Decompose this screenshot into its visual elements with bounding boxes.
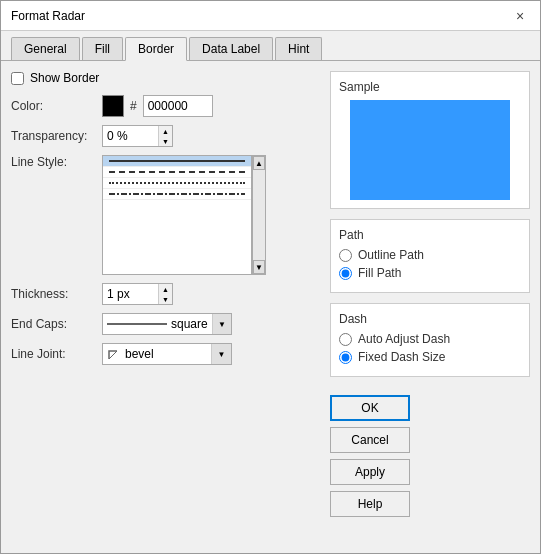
transparency-label: Transparency: (11, 129, 96, 143)
tab-fill[interactable]: Fill (82, 37, 123, 60)
line-style-dashed[interactable] (103, 167, 251, 178)
show-border-row: Show Border (11, 71, 320, 85)
thickness-input[interactable] (103, 284, 158, 304)
line-style-list[interactable] (102, 155, 252, 275)
close-button[interactable]: × (510, 6, 530, 26)
tab-general[interactable]: General (11, 37, 80, 60)
transparency-spinner-buttons: ▲ ▼ (158, 126, 172, 146)
line-joint-dropdown[interactable]: bevel ▼ (102, 343, 232, 365)
line-style-dash-dot[interactable] (103, 189, 251, 200)
transparency-spinner: ▲ ▼ (102, 125, 173, 147)
fill-path-radio[interactable] (339, 267, 352, 280)
scroll-track[interactable] (253, 170, 265, 260)
transparency-up-button[interactable]: ▲ (159, 126, 172, 136)
auto-adjust-row: Auto Adjust Dash (339, 332, 521, 346)
scroll-down-arrow[interactable]: ▼ (253, 260, 265, 274)
svg-line-0 (109, 351, 117, 359)
end-caps-dropdown[interactable]: square ▼ (102, 313, 232, 335)
auto-adjust-radio[interactable] (339, 333, 352, 346)
content-area: Show Border Color: # Transparency: ▲ ▼ (1, 61, 540, 553)
path-label: Path (339, 228, 521, 242)
color-swatch[interactable] (102, 95, 124, 117)
transparency-down-button[interactable]: ▼ (159, 136, 172, 146)
thickness-label: Thickness: (11, 287, 96, 301)
color-hex-input[interactable] (143, 95, 213, 117)
right-panel: Sample Path Outline Path Fill Path Dash (330, 71, 530, 543)
line-joint-value: bevel (125, 347, 154, 361)
end-caps-label: End Caps: (11, 317, 96, 331)
tab-data-label[interactable]: Data Label (189, 37, 273, 60)
end-caps-arrow-icon[interactable]: ▼ (212, 314, 231, 334)
outline-path-row: Outline Path (339, 248, 521, 262)
fixed-dash-radio[interactable] (339, 351, 352, 364)
color-row: Color: # (11, 95, 320, 117)
line-style-dotted[interactable] (103, 178, 251, 189)
outline-path-label[interactable]: Outline Path (358, 248, 424, 262)
line-style-solid[interactable] (103, 156, 251, 167)
end-caps-content: square (103, 315, 212, 333)
sample-preview (350, 100, 510, 200)
hash-sign: # (130, 99, 137, 113)
transparency-input[interactable] (103, 126, 158, 146)
line-joint-content: bevel (103, 345, 211, 363)
show-border-label[interactable]: Show Border (30, 71, 99, 85)
help-button[interactable]: Help (330, 491, 410, 517)
line-joint-row: Line Joint: bevel ▼ (11, 343, 320, 365)
dash-group: Dash Auto Adjust Dash Fixed Dash Size (330, 303, 530, 377)
line-style-scrollbar[interactable]: ▲ ▼ (252, 155, 266, 275)
tabs-bar: General Fill Border Data Label Hint (1, 31, 540, 61)
end-cap-line-icon (107, 323, 167, 325)
apply-button[interactable]: Apply (330, 459, 410, 485)
thickness-spinner-buttons: ▲ ▼ (158, 284, 172, 304)
left-panel: Show Border Color: # Transparency: ▲ ▼ (11, 71, 320, 543)
fixed-dash-row: Fixed Dash Size (339, 350, 521, 364)
thickness-spinner: ▲ ▼ (102, 283, 173, 305)
dialog-title: Format Radar (11, 9, 85, 23)
line-joint-label: Line Joint: (11, 347, 96, 361)
ok-button[interactable]: OK (330, 395, 410, 421)
show-border-checkbox[interactable] (11, 72, 24, 85)
fixed-dash-label[interactable]: Fixed Dash Size (358, 350, 445, 364)
line-style-label: Line Style: (11, 155, 96, 169)
title-bar: Format Radar × (1, 1, 540, 31)
dash-label: Dash (339, 312, 521, 326)
transparency-row: Transparency: ▲ ▼ (11, 125, 320, 147)
path-group: Path Outline Path Fill Path (330, 219, 530, 293)
thickness-down-button[interactable]: ▼ (159, 294, 172, 304)
auto-adjust-label[interactable]: Auto Adjust Dash (358, 332, 450, 346)
fill-path-row: Fill Path (339, 266, 521, 280)
tab-hint[interactable]: Hint (275, 37, 322, 60)
bevel-icon (107, 347, 121, 361)
outline-path-radio[interactable] (339, 249, 352, 262)
fill-path-label[interactable]: Fill Path (358, 266, 401, 280)
thickness-row: Thickness: ▲ ▼ (11, 283, 320, 305)
button-panel: OK Cancel Apply Help (330, 395, 530, 517)
thickness-up-button[interactable]: ▲ (159, 284, 172, 294)
end-caps-value: square (171, 317, 208, 331)
sample-area: Sample (330, 71, 530, 209)
sample-label: Sample (339, 80, 521, 94)
cancel-button[interactable]: Cancel (330, 427, 410, 453)
line-style-row: Line Style: (11, 155, 320, 275)
dialog-window: Format Radar × General Fill Border Data … (0, 0, 541, 554)
color-label: Color: (11, 99, 96, 113)
line-joint-arrow-icon[interactable]: ▼ (211, 344, 231, 364)
tab-border[interactable]: Border (125, 37, 187, 61)
end-caps-row: End Caps: square ▼ (11, 313, 320, 335)
scroll-up-arrow[interactable]: ▲ (253, 156, 265, 170)
